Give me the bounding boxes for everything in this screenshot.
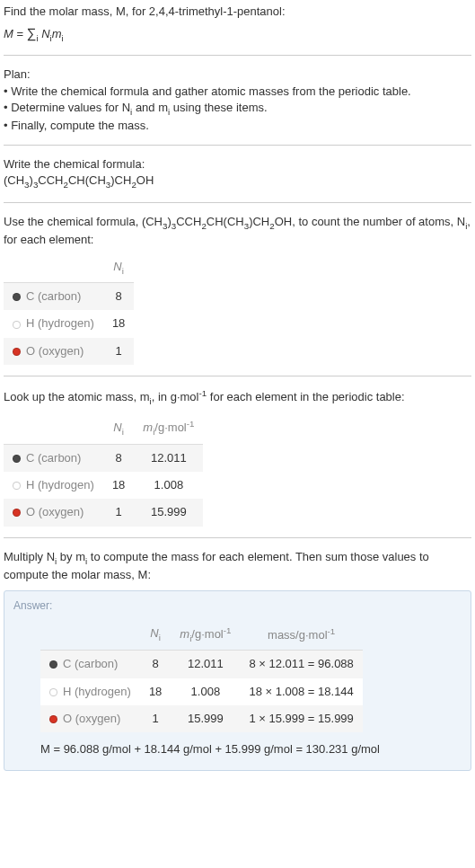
molar-mass-sum-formula: M = ∑i Nimi (4, 23, 471, 44)
answer-box: Answer: Ni mi/g·mol-1 mass/g·mol-1 C (ca… (4, 590, 471, 771)
ni-cell: 8 (103, 444, 134, 472)
element-label: H (hydrogen) (26, 478, 94, 492)
carbon-dot-icon (13, 293, 21, 301)
col-mass: mass/g·mol-1 (240, 619, 362, 651)
table-row: O (oxygen) 1 (4, 338, 134, 365)
mi-cell: 12.011 (134, 444, 203, 472)
plan-bullet-2: • Determine values for Ni and mi using t… (4, 100, 471, 118)
final-result: M = 96.088 g/mol + 18.144 g/mol + 15.999… (40, 741, 462, 757)
hydrogen-dot-icon (13, 482, 21, 490)
table-row: H (hydrogen) 18 1.008 (4, 472, 203, 499)
count-atoms-section: Use the chemical formula, (CH3)3CCH2CH(C… (4, 214, 471, 376)
intro-section: Find the molar mass, M, for 2,4,4-trimet… (4, 4, 471, 56)
element-label: H (hydrogen) (63, 685, 131, 698)
oxygen-dot-icon (13, 509, 21, 517)
answer-label: Answer: (13, 598, 462, 614)
element-label: O (oxygen) (26, 344, 84, 358)
carbon-dot-icon (13, 455, 21, 463)
chemical-formula: (CH3)3CCH2CH(CH3)CH2OH (4, 173, 471, 190)
ni-cell: 8 (103, 283, 134, 311)
element-label: C (carbon) (26, 289, 81, 303)
mass-cell: 18 × 1.008 = 18.144 (240, 678, 362, 705)
hydrogen-dot-icon (13, 321, 21, 329)
plan-bullet-3: • Finally, compute the mass. (4, 118, 471, 134)
multiply-text: Multiply Ni by mi to compute the mass fo… (4, 549, 471, 583)
col-ni: Ni (103, 412, 134, 444)
multiply-section: Multiply Ni by mi to compute the mass fo… (4, 549, 471, 783)
lookup-section: Look up the atomic mass, mi, in g·mol-1 … (4, 387, 471, 538)
ni-cell: 18 (103, 310, 134, 337)
count-atoms-table: Ni C (carbon) 8 H (hydrogen) 18 O (oxyge… (4, 253, 134, 365)
hydrogen-dot-icon (49, 688, 57, 696)
lookup-text: Look up the atomic mass, mi, in g·mol-1 … (4, 387, 471, 408)
plan-bullet-1: • Write the chemical formula and gather … (4, 84, 471, 100)
ni-cell: 18 (140, 678, 171, 705)
ni-cell: 1 (140, 705, 171, 732)
ni-cell: 18 (103, 472, 134, 499)
table-row: H (hydrogen) 18 1.008 18 × 1.008 = 18.14… (40, 678, 363, 705)
oxygen-dot-icon (13, 348, 21, 356)
ni-cell: 1 (103, 499, 134, 526)
mi-cell: 15.999 (134, 499, 203, 526)
intro-line1: Find the molar mass, M, for 2,4,4-trimet… (4, 4, 471, 20)
count-atoms-text: Use the chemical formula, (CH3)3CCH2CH(C… (4, 214, 471, 248)
col-ni: Ni (103, 253, 134, 283)
element-label: O (oxygen) (26, 505, 84, 518)
table-row: C (carbon) 8 12.011 (4, 444, 203, 472)
table-row: O (oxygen) 1 15.999 1 × 15.999 = 15.999 (40, 705, 363, 732)
lookup-table: Ni mi/g·mol-1 C (carbon) 8 12.011 H (hyd… (4, 412, 203, 526)
answer-table: Ni mi/g·mol-1 mass/g·mol-1 C (carbon) 8 … (40, 619, 363, 732)
carbon-dot-icon (49, 660, 57, 669)
ni-cell: 8 (140, 651, 171, 678)
table-row: O (oxygen) 1 15.999 (4, 499, 203, 526)
table-row: H (hydrogen) 18 (4, 310, 134, 337)
col-mi: mi/g·mol-1 (134, 412, 203, 444)
chemical-formula-heading: Write the chemical formula: (4, 156, 471, 173)
col-ni: Ni (140, 619, 171, 651)
element-label: H (hydrogen) (26, 316, 94, 330)
mass-cell: 1 × 15.999 = 15.999 (240, 705, 362, 732)
table-row: C (carbon) 8 (4, 283, 134, 311)
table-row: C (carbon) 8 12.011 8 × 12.011 = 96.088 (40, 651, 363, 678)
element-label: C (carbon) (63, 657, 118, 670)
chemical-formula-section: Write the chemical formula: (CH3)3CCH2CH… (4, 156, 471, 202)
mi-cell: 1.008 (171, 678, 240, 705)
element-label: O (oxygen) (63, 712, 120, 725)
mi-cell: 15.999 (171, 705, 240, 732)
col-mi: mi/g·mol-1 (171, 619, 240, 651)
oxygen-dot-icon (49, 715, 57, 723)
element-label: C (carbon) (26, 451, 81, 465)
ni-cell: 1 (103, 338, 134, 365)
mi-cell: 12.011 (171, 651, 240, 678)
mass-cell: 8 × 12.011 = 96.088 (240, 651, 362, 678)
plan-section: Plan: • Write the chemical formula and g… (4, 66, 471, 146)
mi-cell: 1.008 (134, 472, 203, 499)
plan-heading: Plan: (4, 66, 471, 83)
